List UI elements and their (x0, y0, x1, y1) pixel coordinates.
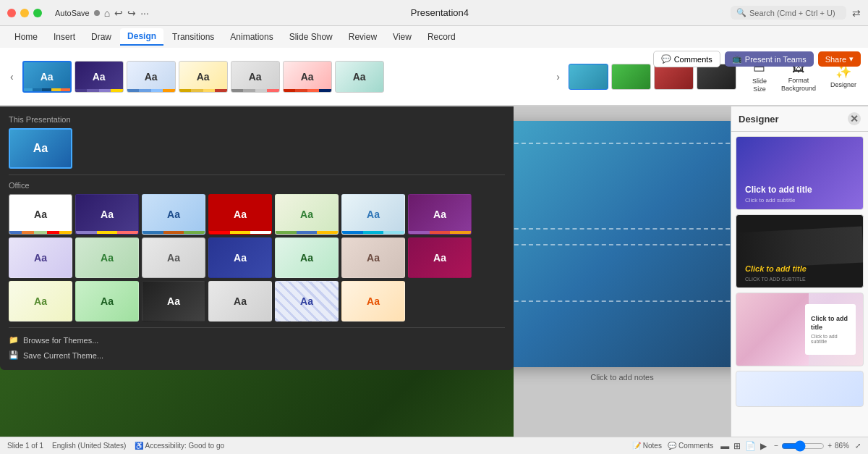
this-presentation-row: Aa (9, 128, 505, 169)
tab-design[interactable]: Design (120, 28, 163, 46)
dropdown-theme-soft[interactable]: Aa (9, 237, 72, 278)
dropdown-theme-warm[interactable]: Aa (341, 237, 405, 278)
designer-close-button[interactable]: ✕ (848, 112, 861, 125)
ds3-subtitle: Click to add subtitle (811, 334, 850, 344)
dropdown-theme-green[interactable]: Aa (275, 194, 339, 235)
tab-record[interactable]: Record (420, 29, 463, 45)
browse-themes-item[interactable]: 📁 Browse for Themes... (9, 334, 505, 346)
theme-berlin[interactable]: Aa (283, 61, 332, 93)
dropdown-theme-green2[interactable]: Aa (75, 237, 139, 278)
title-bar: AutoSave ⌂ ↩ ↪ ··· Presentation4 🔍 Searc… (0, 0, 868, 26)
designer-suggestions: Click to add title Click to add subtitle… (731, 132, 868, 437)
notes-toggle[interactable]: 📝 Notes (632, 442, 662, 450)
tab-review[interactable]: Review (341, 29, 384, 45)
maximize-button[interactable] (33, 9, 42, 17)
slide-canvas[interactable] (514, 121, 731, 367)
zoom-level-label: 86% (835, 442, 849, 450)
themes-nav-next[interactable]: › (553, 71, 563, 83)
themes-row-3: Aa Aa Aa Aa Aa Aa (9, 281, 505, 321)
slide-notes[interactable]: Click to add notes (590, 373, 653, 382)
title-center: Presentation4 (149, 7, 731, 18)
dropdown-theme-facet[interactable]: Aa (142, 194, 205, 235)
fit-to-window-btn[interactable]: ⤢ (855, 442, 861, 450)
dropdown-theme-skyblue[interactable]: Aa (341, 194, 405, 235)
comments-button[interactable]: 💬 Comments (653, 51, 720, 67)
theme-current[interactable]: Aa (22, 61, 72, 93)
accessibility-icon: ♿ (135, 442, 143, 450)
dropdown-theme-white[interactable]: Aa (9, 194, 72, 235)
dropdown-theme-bold[interactable]: Aa (208, 194, 272, 235)
theme-basis[interactable]: Aa (231, 61, 280, 93)
browse-themes-label: Browse for Themes... (23, 336, 98, 345)
collab-icon[interactable]: ⇄ (852, 7, 861, 19)
ds1-subtitle: Click to add subtitle (745, 197, 795, 203)
themes-row-1: Aa Aa Aa Aa Aa (9, 194, 505, 235)
present-teams-button[interactable]: 📺 Present in Teams (725, 51, 814, 67)
design-suggestion-4[interactable] (736, 371, 864, 407)
dropdown-theme-mint[interactable]: Aa (275, 237, 339, 278)
normal-view-btn[interactable]: ▬ (719, 440, 731, 452)
designer-panel: Designer ✕ Click to add title Click to a… (731, 106, 868, 437)
minimize-button[interactable] (20, 9, 29, 17)
section-office-label: Office (9, 181, 505, 190)
ribbon-content: ‹ Aa Aa (0, 48, 868, 106)
tab-home[interactable]: Home (7, 29, 45, 45)
slide-sorter-btn[interactable]: ⊞ (732, 440, 742, 452)
theme-banded[interactable]: Aa (179, 61, 228, 93)
dropdown-theme-orange[interactable]: Aa (341, 281, 405, 321)
header-actions: 💬 Comments 📺 Present in Teams Share ▾ (653, 51, 861, 67)
search-bar[interactable]: 🔍 Search (Cmd + Ctrl + U) (731, 6, 846, 20)
slide-subtitle-placeholder[interactable] (514, 244, 731, 302)
zoom-decrease-btn[interactable]: − (774, 442, 778, 450)
theme-teal[interactable]: Aa (335, 61, 384, 93)
theme-facet[interactable]: Aa (127, 61, 176, 93)
dropdown-theme-navy[interactable]: Aa (208, 237, 272, 278)
close-button[interactable] (7, 9, 16, 17)
redo-icon[interactable]: ↪ (127, 7, 136, 19)
status-right: 📝 Notes 💬 Comments ▬ ⊞ 📄 ▶ − + 86% ⤢ (632, 440, 861, 452)
tab-animations[interactable]: Animations (223, 29, 280, 45)
dropdown-theme-pattern[interactable]: Aa (275, 281, 339, 321)
themes-nav-prev[interactable]: ‹ (7, 71, 17, 83)
undo-icon[interactable]: ↩ (114, 7, 123, 19)
dropdown-theme-gray2[interactable]: Aa (208, 281, 272, 321)
design-suggestion-3[interactable]: Click to addtitle Click to add subtitle (736, 293, 864, 366)
designer-label: Designer (830, 81, 856, 89)
dropdown-theme-lime[interactable]: Aa (9, 281, 72, 321)
zoom-slider-input[interactable] (781, 440, 825, 452)
dropdown-theme-pink[interactable]: Aa (408, 237, 472, 278)
reading-view-btn[interactable]: 📄 (744, 440, 757, 452)
dropdown-theme-black[interactable]: Aa (142, 281, 205, 321)
dropdown-theme-green3[interactable]: Aa (75, 281, 139, 321)
save-theme-item[interactable]: 💾 Save Current Theme... (9, 349, 505, 361)
variant-teal[interactable] (569, 64, 608, 90)
tab-insert[interactable]: Insert (46, 29, 82, 45)
zoom-increase-btn[interactable]: + (827, 442, 832, 450)
home-icon[interactable]: ⌂ (104, 7, 110, 19)
search-placeholder: Search (Cmd + Ctrl + U) (749, 9, 835, 17)
accessibility-text: Accessibility: Good to go (145, 442, 225, 450)
tab-view[interactable]: View (386, 29, 419, 45)
dropdown-theme-dark[interactable]: Aa (75, 194, 139, 235)
save-theme-label: Save Current Theme... (23, 351, 103, 360)
theme-dark-purple[interactable]: Aa (75, 61, 124, 93)
browse-themes-icon: 📁 (9, 335, 19, 345)
ds3-title: Click to addtitle (811, 315, 848, 332)
design-suggestion-2[interactable]: Click to add title CLICK TO ADD SUBTITLE (736, 214, 864, 288)
slideshow-btn[interactable]: ▶ (759, 440, 768, 452)
tab-transitions[interactable]: Transitions (165, 29, 221, 45)
comments-status-label: Comments (678, 442, 713, 450)
share-label: Share (825, 55, 846, 64)
more-icon[interactable]: ··· (140, 7, 149, 19)
tab-slideshow[interactable]: Slide Show (282, 29, 340, 45)
dropdown-theme-purple[interactable]: Aa (408, 194, 472, 235)
view-buttons: ▬ ⊞ 📄 ▶ (719, 440, 768, 452)
comments-toggle[interactable]: 💬 Comments (668, 442, 713, 450)
theme-this-presentation[interactable]: Aa (9, 128, 72, 169)
tab-draw[interactable]: Draw (84, 29, 119, 45)
slide-title-placeholder[interactable] (514, 143, 731, 230)
variant-green[interactable] (611, 64, 651, 90)
dropdown-theme-gray[interactable]: Aa (142, 237, 205, 278)
share-button[interactable]: Share ▾ (818, 51, 861, 67)
design-suggestion-1[interactable]: Click to add title Click to add subtitle (736, 136, 864, 210)
